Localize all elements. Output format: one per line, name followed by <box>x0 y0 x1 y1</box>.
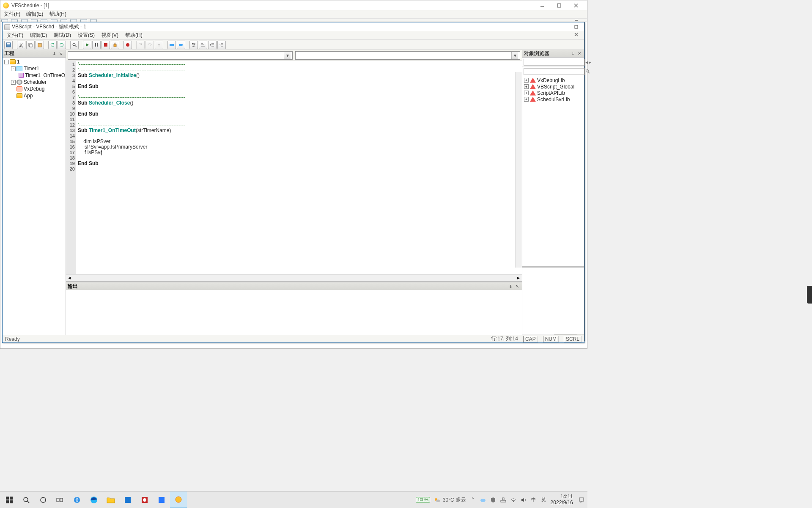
tool-breakpoint-icon[interactable] <box>123 41 132 49</box>
objbrowser-item[interactable]: +SchedulSvrLib <box>523 96 583 102</box>
child-menu-view[interactable]: 视图(V) <box>98 31 122 40</box>
child-menu-settings[interactable]: 设置(S) <box>74 31 98 40</box>
expand-icon[interactable]: + <box>524 97 529 102</box>
tool-stepout-icon[interactable] <box>155 41 163 49</box>
objbrowser-filter-input[interactable] <box>524 68 584 75</box>
outer-tool-open-icon[interactable] <box>11 19 18 22</box>
scroll-right-icon[interactable]: ▸ <box>515 275 522 281</box>
project-tree[interactable]: -1-Timer1Timer1_OnTimeOut(s+SchedulerVxD… <box>3 58 66 342</box>
objbrowser-pin-icon[interactable] <box>570 51 576 57</box>
expand-icon[interactable]: + <box>524 91 529 95</box>
project-pin-icon[interactable] <box>51 51 57 57</box>
cortana-button[interactable] <box>35 491 52 508</box>
tool-pause-icon[interactable] <box>92 41 101 49</box>
outer-tool-9-icon[interactable] <box>80 19 87 22</box>
tool-options-icon[interactable] <box>189 41 198 49</box>
outer-menu-help[interactable]: 帮助(H) <box>47 10 69 19</box>
child-minimize-button[interactable] <box>570 16 582 23</box>
objbrowser-item[interactable]: +VBScript_Global <box>523 83 583 90</box>
tray-onedrive-icon[interactable] <box>480 497 486 503</box>
child-close-button[interactable] <box>570 31 582 39</box>
tree-item[interactable]: -Timer1 <box>3 65 66 72</box>
tool-nextbm-icon[interactable] <box>177 41 185 49</box>
weather-widget[interactable]: 30°C 多云 <box>433 496 466 503</box>
outer-tool-5-icon[interactable] <box>41 19 47 22</box>
chevron-down-icon[interactable]: ▾ <box>511 52 518 59</box>
objbrowser-close-icon[interactable] <box>576 51 582 57</box>
outer-maximize-button[interactable] <box>551 1 568 10</box>
back-icon[interactable]: ◂ <box>585 59 588 66</box>
action-center-icon[interactable] <box>578 497 585 503</box>
outer-tool-7-icon[interactable] <box>60 19 67 22</box>
tree-item[interactable]: App <box>3 92 66 99</box>
taskbar-ie-icon[interactable] <box>69 491 85 508</box>
tool-stop-icon[interactable] <box>102 41 110 49</box>
outer-tool-print-icon[interactable] <box>31 19 38 22</box>
side-handle[interactable] <box>807 286 812 304</box>
tray-chevron-up-icon[interactable]: ˄ <box>469 497 476 503</box>
editor-hscroll[interactable]: ◂ ▸ <box>66 274 522 281</box>
objbrowser-item[interactable]: +ScriptAPILib <box>523 90 583 96</box>
tool-bookmark-icon[interactable] <box>167 41 176 49</box>
taskbar-app3-icon[interactable] <box>153 491 170 508</box>
tree-item[interactable]: +Scheduler <box>3 79 66 86</box>
search-icon[interactable] <box>585 68 590 75</box>
tool-stepover-icon[interactable] <box>145 41 154 49</box>
child-menu-debug[interactable]: 调试(D) <box>50 31 74 40</box>
code-editor[interactable]: 1234567891011121314151617181920 '-------… <box>66 61 522 274</box>
taskbar-vfschedule-icon[interactable] <box>170 491 187 508</box>
expand-icon[interactable]: + <box>524 78 529 83</box>
tool-outdent-icon[interactable] <box>217 41 226 49</box>
tree-item[interactable]: VxDebug <box>3 86 66 92</box>
output-close-icon[interactable] <box>514 283 520 289</box>
tray-shield-icon[interactable] <box>490 497 497 503</box>
output-pin-icon[interactable] <box>508 283 513 289</box>
outer-menu-edit[interactable]: 编辑(E) <box>24 10 46 19</box>
outer-tool-new-icon[interactable] <box>1 19 8 22</box>
expand-icon[interactable]: + <box>11 80 16 85</box>
objbrowser-tree[interactable]: +VxDebugLib+VBScript_Global+ScriptAPILib… <box>522 76 584 266</box>
tool-find-icon[interactable] <box>70 41 79 49</box>
start-button[interactable] <box>1 491 18 508</box>
member-dropdown[interactable]: ▾ <box>295 51 520 60</box>
child-menu-help[interactable]: 帮助(H) <box>122 31 146 40</box>
outer-tool-8-icon[interactable] <box>70 19 77 22</box>
taskview-button[interactable] <box>52 491 69 508</box>
tray-ime-lang[interactable]: 英 <box>540 497 547 503</box>
tool-lock-icon[interactable] <box>111 41 119 49</box>
objbrowser-item[interactable]: +VxDebugLib <box>523 77 583 83</box>
tool-paste-icon[interactable] <box>36 41 44 49</box>
tool-copy-icon[interactable] <box>26 41 35 49</box>
child-maximize-button[interactable] <box>570 23 582 31</box>
search-button[interactable] <box>18 491 35 508</box>
tool-indent-icon[interactable] <box>208 41 217 49</box>
child-menu-edit[interactable]: 编辑(E) <box>27 31 50 40</box>
outer-close-button[interactable] <box>568 1 584 10</box>
child-menu-file[interactable]: 文件(F) <box>3 31 27 40</box>
outer-menu-file[interactable]: 文件(F) <box>1 10 23 19</box>
tool-cut-icon[interactable] <box>17 41 25 49</box>
objbrowser-search-input[interactable] <box>524 59 584 66</box>
project-close-icon[interactable] <box>58 51 64 57</box>
tool-redo-icon[interactable] <box>58 41 66 49</box>
taskbar-clock[interactable]: 14:11 2022/9/16 <box>551 494 575 505</box>
tree-item[interactable]: Timer1_OnTimeOut(s <box>3 72 66 79</box>
tray-network-icon[interactable] <box>500 497 507 503</box>
taskbar-explorer-icon[interactable] <box>102 491 119 508</box>
object-dropdown[interactable]: ▾ <box>68 51 293 60</box>
scroll-left-icon[interactable]: ◂ <box>66 275 73 281</box>
forward-icon[interactable]: ▸ <box>589 59 591 66</box>
code-area[interactable]: '---------------------------------------… <box>76 61 522 274</box>
taskbar-app1-icon[interactable] <box>119 491 136 508</box>
collapse-icon[interactable]: - <box>11 66 16 71</box>
editor-vscroll[interactable] <box>515 72 522 268</box>
tool-run-icon[interactable] <box>83 41 91 49</box>
outer-tool-6-icon[interactable] <box>51 19 58 22</box>
tool-stepinto-icon[interactable] <box>136 41 145 49</box>
tray-ime-mode[interactable]: 中 <box>530 497 537 503</box>
tree-item[interactable]: -1 <box>3 58 66 65</box>
tool-save-icon[interactable] <box>4 41 13 49</box>
battery-indicator[interactable]: 100% <box>416 497 430 502</box>
tray-volume-icon[interactable] <box>520 497 527 503</box>
chevron-down-icon[interactable]: ▾ <box>284 52 291 59</box>
